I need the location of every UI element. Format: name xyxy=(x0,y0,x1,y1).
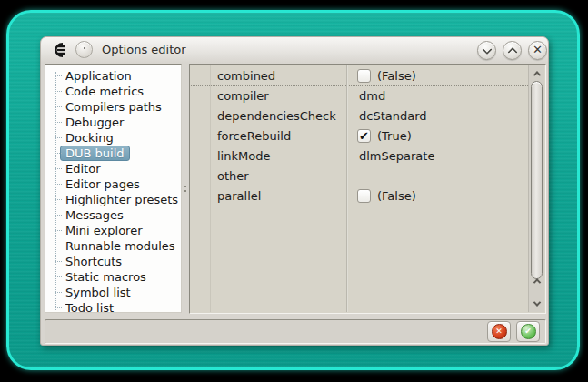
property-value-text: dmd xyxy=(359,86,385,106)
property-name: other xyxy=(217,166,249,186)
sidebar-item-static-macros[interactable]: Static macros xyxy=(45,269,181,285)
sidebar-item-messages[interactable]: Messages xyxy=(45,207,181,223)
sidebar-item-label: Compilers paths xyxy=(60,99,167,115)
name-value-divider[interactable] xyxy=(346,65,348,312)
property-row-combined[interactable]: combined(False) xyxy=(191,66,528,86)
tree-branch-icon xyxy=(55,137,62,138)
sidebar-item-label: Todo list xyxy=(60,300,119,313)
sidebar-item-label: Editor xyxy=(60,161,105,176)
sidebar-item-label: Code metrics xyxy=(60,84,149,99)
sidebar-item-todo-list[interactable]: Todo list xyxy=(45,300,181,313)
sidebar-item-label: DUB build xyxy=(60,146,130,161)
sidebar-item-compilers-paths[interactable]: Compilers paths xyxy=(45,99,181,115)
status-bar xyxy=(45,319,546,344)
options-editor-window: Options editor ✕ ApplicationCode metrics… xyxy=(40,36,549,346)
tree-branch-icon xyxy=(55,261,62,262)
window-menu-icon[interactable] xyxy=(75,41,93,58)
sidebar-item-symbol-list[interactable]: Symbol list xyxy=(45,285,181,300)
checkbox-checked-icon[interactable] xyxy=(357,129,371,143)
sidebar-item-label: Messages xyxy=(60,207,129,223)
sidebar-item-editor-pages[interactable]: Editor pages xyxy=(45,176,181,192)
property-row-dependenciesCheck[interactable]: dependenciesCheckdcStandard xyxy=(191,106,528,126)
tree-branch-icon xyxy=(55,75,62,76)
property-name: forceRebuild xyxy=(217,126,291,146)
sidebar-item-label: Highlighter presets xyxy=(60,192,182,207)
property-value-text: (True) xyxy=(377,126,412,146)
property-value-text: dlmSeparate xyxy=(359,146,434,166)
tree-branch-icon xyxy=(55,168,62,169)
panel-splitter[interactable] xyxy=(182,64,189,314)
tree-branch-icon xyxy=(55,106,62,107)
property-row-other[interactable]: other xyxy=(191,166,528,186)
property-value: (False) xyxy=(353,66,528,85)
scroll-down-button[interactable] xyxy=(530,297,543,309)
sidebar-item-highlighter-presets[interactable]: Highlighter presets xyxy=(45,192,181,207)
chevron-up-icon xyxy=(533,71,540,78)
coedit-logo-icon xyxy=(49,42,71,58)
sidebar-item-runnable-modules[interactable]: Runnable modules xyxy=(45,238,181,254)
tree-branch-icon xyxy=(55,246,62,246)
sidebar-item-shortcuts[interactable]: Shortcuts xyxy=(45,254,181,269)
property-value: dmd xyxy=(353,86,528,106)
tree-branch-icon xyxy=(55,199,62,200)
property-name: parallel xyxy=(217,186,261,206)
property-value xyxy=(353,166,528,186)
property-name: compiler xyxy=(217,86,269,106)
sidebar-item-application[interactable]: Application xyxy=(45,68,181,84)
maximize-button[interactable] xyxy=(503,41,522,60)
property-value: dcStandard xyxy=(353,106,528,126)
chevron-down-icon xyxy=(533,298,540,306)
accept-button[interactable]: ✔ xyxy=(516,321,540,342)
scroll-up-button[interactable] xyxy=(530,67,543,79)
titlebar[interactable]: Options editor ✕ xyxy=(41,37,548,63)
screenshot-canvas: Options editor ✕ ApplicationCode metrics… xyxy=(0,0,588,382)
sidebar-item-dub-build[interactable]: DUB build xyxy=(45,146,181,161)
tree-branch-icon xyxy=(55,215,62,216)
sidebar-item-mini-explorer[interactable]: Mini explorer xyxy=(45,223,181,238)
sidebar-item-label: Application xyxy=(60,68,137,84)
property-row-forceRebuild[interactable]: forceRebuild(True) xyxy=(191,126,528,146)
property-name: combined xyxy=(217,66,275,85)
property-name: linkMode xyxy=(217,146,270,166)
tree-branch-icon xyxy=(55,184,62,185)
property-value: (False) xyxy=(353,186,528,206)
sidebar-item-label: Debugger xyxy=(60,115,129,130)
property-row-compiler[interactable]: compilerdmd xyxy=(191,86,528,106)
sidebar-item-label: Symbol list xyxy=(60,285,136,300)
minimize-button[interactable] xyxy=(477,41,496,60)
sidebar-item-editor[interactable]: Editor xyxy=(45,161,181,176)
sidebar-item-label: Editor pages xyxy=(60,176,145,192)
close-button[interactable]: ✕ xyxy=(528,41,547,60)
desktop-background: Options editor ✕ ApplicationCode metrics… xyxy=(6,10,580,370)
property-value-text: (False) xyxy=(377,66,416,85)
sidebar-item-label: Runnable modules xyxy=(60,238,181,254)
tree-branch-icon xyxy=(55,276,62,277)
accept-icon: ✔ xyxy=(521,324,536,339)
property-row-parallel[interactable]: parallel(False) xyxy=(191,186,528,206)
checkbox-unchecked-icon[interactable] xyxy=(357,69,371,83)
property-value: (True) xyxy=(353,126,528,146)
sidebar-item-code-metrics[interactable]: Code metrics xyxy=(45,84,181,99)
tree-branch-icon xyxy=(55,230,62,231)
chevron-down-icon xyxy=(482,44,492,54)
scroll-up-button-secondary[interactable] xyxy=(530,275,543,286)
cancel-button[interactable]: ✕ xyxy=(487,321,511,342)
property-row-linkMode[interactable]: linkModedlmSeparate xyxy=(191,146,528,166)
tree-branch-icon xyxy=(55,307,62,308)
checkbox-unchecked-icon[interactable] xyxy=(357,189,371,203)
sidebar-item-debugger[interactable]: Debugger xyxy=(45,115,181,130)
tree-branch-icon xyxy=(55,122,62,123)
property-value-text: (False) xyxy=(377,186,416,206)
chevron-up-icon xyxy=(533,278,540,286)
tree-branch-icon xyxy=(55,91,62,92)
sidebar-item-docking[interactable]: Docking xyxy=(45,130,181,146)
property-value: dlmSeparate xyxy=(353,146,528,166)
property-name: dependenciesCheck xyxy=(217,106,336,126)
tree-branch-icon xyxy=(55,292,62,293)
close-icon: ✕ xyxy=(533,44,543,55)
scrollbar-thumb[interactable] xyxy=(531,81,543,279)
category-tree: ApplicationCode metricsCompilers pathsDe… xyxy=(45,68,181,313)
vertical-scrollbar[interactable] xyxy=(528,65,544,312)
sidebar-item-label: Mini explorer xyxy=(60,223,148,238)
property-rows: combined(False)compilerdmddependenciesCh… xyxy=(191,66,528,206)
